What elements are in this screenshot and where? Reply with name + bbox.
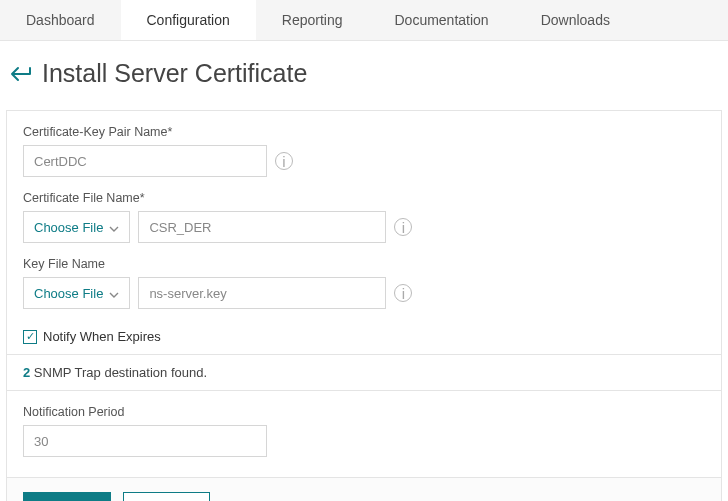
tab-dashboard[interactable]: Dashboard [0,0,121,40]
footer-actions: Install Close [7,477,721,501]
cert-key-pair-input[interactable] [23,145,267,177]
page-title: Install Server Certificate [42,59,307,88]
top-tabs: Dashboard Configuration Reporting Docume… [0,0,728,41]
cert-file-label: Certificate File Name* [23,191,705,205]
choose-file-label: Choose File [34,286,103,301]
install-button[interactable]: Install [23,492,111,501]
tab-downloads[interactable]: Downloads [515,0,636,40]
key-file-input[interactable] [138,277,386,309]
form-panel: Certificate-Key Pair Name* i Certificate… [6,110,722,501]
chevron-down-icon [109,220,119,235]
close-button[interactable]: Close [123,492,210,501]
cert-file-choose-button[interactable]: Choose File [23,211,130,243]
info-icon[interactable]: i [394,218,412,236]
notification-period-label: Notification Period [23,405,705,419]
tab-documentation[interactable]: Documentation [368,0,514,40]
cert-file-input[interactable] [138,211,386,243]
key-file-choose-button[interactable]: Choose File [23,277,130,309]
tab-configuration[interactable]: Configuration [121,0,256,40]
snmp-text: SNMP Trap destination found. [30,365,207,380]
chevron-down-icon [109,286,119,301]
notification-period-input[interactable] [23,425,267,457]
notify-checkbox-label: Notify When Expires [43,329,161,344]
cert-key-pair-label: Certificate-Key Pair Name* [23,125,705,139]
choose-file-label: Choose File [34,220,103,235]
info-icon[interactable]: i [394,284,412,302]
tab-reporting[interactable]: Reporting [256,0,369,40]
snmp-status: 2 SNMP Trap destination found. [7,355,721,391]
key-file-label: Key File Name [23,257,705,271]
back-arrow-icon[interactable] [10,65,32,83]
info-icon[interactable]: i [275,152,293,170]
notify-checkbox[interactable]: ✓ [23,330,37,344]
page-header: Install Server Certificate [0,41,728,110]
